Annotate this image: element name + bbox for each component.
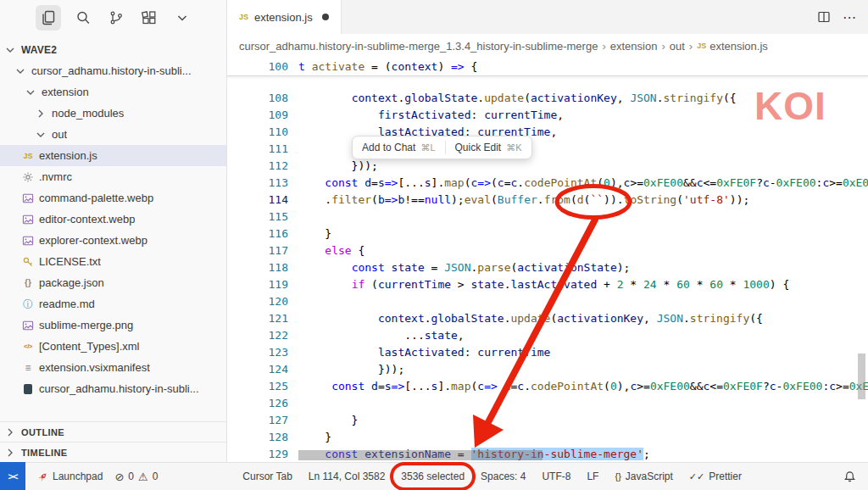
tree-item-license-txt[interactable]: LICENSE.txt (0, 251, 226, 272)
line-number[interactable]: 128 (227, 429, 288, 446)
search-icon[interactable] (72, 7, 94, 29)
status-cursor-tab[interactable]: Cursor Tab (242, 471, 292, 482)
horizontal-scrollbar-thumb[interactable] (298, 450, 542, 460)
tree-item-label: cursor_adhamu.history-in-subli... (39, 382, 199, 395)
code-line-120[interactable]: 120 (227, 293, 868, 310)
line-number[interactable]: 112 (227, 158, 288, 175)
tree-item-package-json[interactable]: {}package.json (0, 272, 226, 293)
line-number[interactable]: 129 (227, 446, 288, 462)
status-lf[interactable]: LF (587, 471, 598, 482)
status-3536-selected[interactable]: 3536 selected (401, 471, 465, 482)
code-line-100[interactable]: 100t activate = (context) => { (227, 58, 868, 75)
code-line-118[interactable]: 118 const state = JSON.parse(activationS… (227, 259, 868, 276)
line-number[interactable]: 121 (227, 310, 288, 327)
tree-item-editor-context-webp[interactable]: editor-context.webp (0, 209, 226, 230)
line-number[interactable]: 111 (227, 141, 288, 158)
tree-item-content-types-xml[interactable]: </>[Content_Types].xml (0, 336, 226, 357)
line-number[interactable]: 113 (227, 175, 288, 192)
code-line-127[interactable]: 127 } (227, 412, 868, 429)
tree-item-extension[interactable]: extension (0, 81, 226, 103)
tree-item-sublime-merge-png[interactable]: sublime-merge.png (0, 315, 226, 336)
breadcrumb-item-cursor-adhamu-history-in-sublime-merge-1-3-4-history-in-sublime-merge[interactable]: cursor_adhamu.history-in-sublime-merge_1… (239, 40, 598, 53)
braces-icon: {} (21, 276, 35, 290)
line-number[interactable]: 125 (227, 378, 288, 395)
breadcrumb-separator: › (661, 40, 665, 53)
status-problems[interactable]: ⊘ 0 ⚠ 0 (114, 471, 158, 482)
tree-item-label: editor-context.webp (39, 213, 135, 226)
code-line-125[interactable]: 125 const d=s=>[...s].map(c=> c=c.codePo… (227, 378, 868, 395)
source-control-icon[interactable] (105, 7, 127, 29)
tree-item-readme-md[interactable]: ⓘreadme.md (0, 293, 226, 315)
line-number[interactable]: 109 (227, 107, 288, 124)
code-line-128[interactable]: 128 } (227, 429, 868, 446)
line-number[interactable]: 115 (227, 209, 288, 226)
code-line-111[interactable]: 111 (227, 141, 868, 158)
code-line-112[interactable]: 112 })); (227, 158, 868, 175)
errors-icon: ⊘ (114, 471, 124, 482)
code-line-123[interactable]: 123 lastActivated: currentTime (227, 344, 868, 361)
tree-item-wave2[interactable]: WAVE2 (0, 39, 226, 60)
tree-item-node-modules[interactable]: node_modules (0, 103, 226, 124)
line-number[interactable]: 118 (227, 259, 288, 276)
line-number[interactable]: 110 (227, 124, 288, 141)
line-number[interactable]: 126 (227, 395, 288, 412)
code-line-114[interactable]: 114 .filter(b=>b!==null);eval(Buffer.fro… (227, 192, 868, 209)
code-line-126[interactable]: 126 (227, 395, 868, 412)
split-editor-icon[interactable] (817, 10, 831, 24)
line-number[interactable]: 127 (227, 412, 288, 429)
remote-indicator[interactable]: >< (0, 462, 25, 490)
breadcrumb-item-out[interactable]: out (670, 40, 685, 53)
add-to-chat-button[interactable]: Add to Chat ⌘L (353, 136, 445, 159)
code-line-122[interactable]: 122 ...state, (227, 327, 868, 344)
file-dark-icon (21, 382, 35, 396)
editor[interactable]: KOI 100t activate = (context) => { 108 c… (227, 58, 868, 462)
status-prettier[interactable]: ✓✓Prettier (689, 471, 742, 482)
chevron-down-icon[interactable] (171, 7, 193, 29)
status-ln-114-col-3582[interactable]: Ln 114, Col 3582 (309, 471, 386, 482)
line-number[interactable]: 122 (227, 327, 288, 344)
tree-item-explorer-context-webp[interactable]: explorer-context.webp (0, 230, 226, 251)
tab-extension-js[interactable]: JS extension.js (227, 0, 342, 34)
line-number[interactable]: 100 (227, 58, 288, 75)
modified-indicator[interactable] (322, 14, 329, 20)
tree-item-command-palette-webp[interactable]: command-palette.webp (0, 187, 226, 209)
code-line-124[interactable]: 124 })); (227, 361, 868, 378)
tree-item-cursor-adhamu-history-in-subli[interactable]: cursor_adhamu.history-in-subli... (0, 378, 226, 399)
line-number[interactable]: 120 (227, 293, 288, 310)
explorer-icon[interactable] (36, 5, 61, 31)
code-area[interactable]: 108 context.globalState.update(activatio… (227, 90, 868, 462)
code-line-115[interactable]: 115 (227, 209, 868, 226)
line-number[interactable]: 117 (227, 242, 288, 259)
vertical-scrollbar-thumb[interactable] (858, 354, 865, 399)
tree-item-out[interactable]: out (0, 124, 226, 145)
line-number[interactable]: 119 (227, 276, 288, 293)
code-line-121[interactable]: 121 context.globalState.update(activatio… (227, 310, 868, 327)
outline-panel-header[interactable]: OUTLINE (0, 421, 226, 442)
line-number[interactable]: 124 (227, 361, 288, 378)
line-number[interactable]: 114 (227, 192, 288, 209)
tree-item-label: explorer-context.webp (39, 234, 147, 247)
code-line-119[interactable]: 119 if (currentTime > state.lastActivate… (227, 276, 868, 293)
more-actions-icon[interactable]: ⋯ (843, 9, 856, 25)
quick-edit-button[interactable]: Quick Edit ⌘K (446, 136, 531, 159)
status-spaces-4[interactable]: Spaces: 4 (481, 471, 526, 482)
code-line-113[interactable]: 113 const d=s=>[...s].map(c=>(c=c.codePo… (227, 175, 868, 192)
tree-item-cursor-adhamu-history-in-subli[interactable]: cursor_adhamu.history-in-subli... (0, 60, 226, 81)
tree-item-nvmrc[interactable]: .nvmrc (0, 166, 226, 187)
status-utf-8[interactable]: UTF-8 (542, 471, 570, 482)
timeline-panel-header[interactable]: TIMELINE (0, 442, 226, 462)
status-launchpad[interactable]: Launchpad (37, 471, 103, 482)
code-line-117[interactable]: 117 else { (227, 242, 868, 259)
notification-bell[interactable] (843, 471, 868, 483)
breadcrumb-item-extension-js[interactable]: JSextension.js (697, 40, 768, 53)
line-number[interactable]: 116 (227, 226, 288, 242)
line-number[interactable]: 123 (227, 344, 288, 361)
breadcrumb-item-extension[interactable]: extension (610, 40, 658, 53)
extensions-icon[interactable] (138, 7, 160, 29)
tree-item-label: node_modules (52, 107, 124, 120)
status-javascript[interactable]: {}JavaScript (615, 471, 672, 482)
code-line-116[interactable]: 116 } (227, 226, 868, 242)
line-number[interactable]: 108 (227, 90, 288, 107)
tree-item-extension-vsixmanifest[interactable]: ≡extension.vsixmanifest (0, 357, 226, 378)
tree-item-extension-js[interactable]: JSextension.js (0, 145, 226, 166)
